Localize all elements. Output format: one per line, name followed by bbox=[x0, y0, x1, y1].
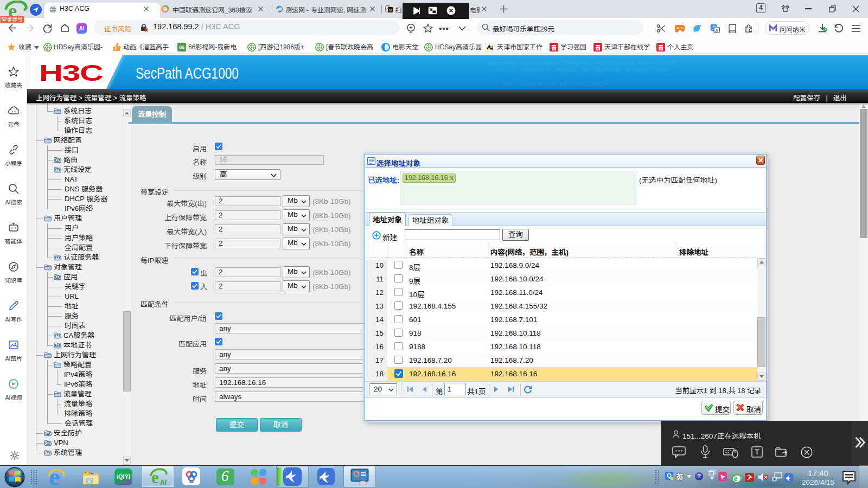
svg-text:21: 21 bbox=[389, 9, 393, 12]
svg-text:A: A bbox=[716, 28, 719, 33]
svg-text:AI: AI bbox=[160, 479, 167, 486]
